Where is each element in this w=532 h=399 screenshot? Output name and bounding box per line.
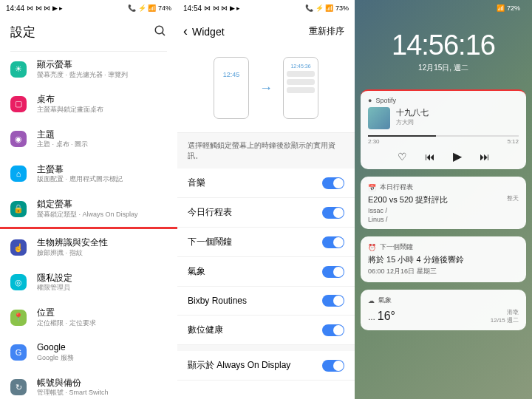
weather-icon: ☁: [368, 297, 375, 304]
toggle-row[interactable]: 數位健康: [177, 316, 355, 345]
widget-header: ‹ Widget 重新排序: [177, 16, 355, 47]
spotify-card[interactable]: ●Spotify 十九八七 方大同 2:305:12 ♡ ⏮ ▶ ⏭: [361, 89, 526, 169]
page-title: 設定: [10, 24, 35, 41]
row-icon: 📍: [10, 310, 27, 326]
settings-row[interactable]: ↻ 帳號與備份管理帳號 · Smart Switch: [0, 370, 177, 399]
row-icon: ↻: [10, 379, 27, 395]
toggle-row[interactable]: 今日行程表: [177, 198, 355, 228]
progress-bar[interactable]: [368, 135, 519, 137]
widget-panel: 14:54⋈ ⋈ ⋈ ▶ ▸ 📞 ⚡ 📶 73% ‹ Widget 重新排序 1…: [177, 0, 355, 399]
settings-panel: 14:44⋈ ⋈ ⋈ ▶ ▸ 📞 ⚡ 📶 74% 設定 ☀ 顯示螢幕螢幕亮度 ·…: [0, 0, 177, 399]
settings-row[interactable]: ⌂ 主螢幕版面配置 · 應用程式圖示標記: [0, 157, 177, 191]
settings-row[interactable]: 📍 位置定位權限 · 定位要求: [0, 300, 177, 335]
aod-toggle-row[interactable]: 顯示於 Always On Display: [177, 351, 355, 381]
album-art: [368, 107, 390, 129]
settings-header: 設定: [0, 16, 177, 51]
reorder-button[interactable]: 重新排序: [309, 25, 344, 38]
page-title: Widget: [192, 26, 304, 38]
lockscreen-clock[interactable]: 14:56:16 12月15日, 週二: [361, 30, 526, 73]
phone-before: 12:45: [214, 57, 249, 119]
heart-icon[interactable]: ♡: [398, 151, 407, 163]
row-icon: ☝: [10, 239, 27, 256]
next-icon[interactable]: ⏭: [480, 151, 490, 163]
toggle-switch[interactable]: [322, 177, 344, 189]
settings-row[interactable]: ◉ 主題主題 · 桌布 · 圖示: [0, 122, 177, 157]
toggle-row[interactable]: 下一個鬧鐘: [177, 228, 355, 257]
status-bar: 14:54⋈ ⋈ ⋈ ▶ ▸ 📞 ⚡ 📶 73%: [177, 0, 355, 16]
notification-card[interactable]: 📅本日行程表 整天E200 vs 520 捉對評比Issac /Linus /: [361, 177, 526, 229]
track-title: 十九八七: [396, 107, 519, 118]
phone-after: 12:45:36: [283, 57, 318, 119]
arrow-icon: →: [259, 81, 273, 96]
settings-row[interactable]: ▢ 桌布主螢幕與鎖定畫面桌布: [0, 86, 177, 121]
row-icon: G: [10, 344, 27, 361]
status-bar: 📶 72%: [361, 0, 526, 16]
settings-row[interactable]: ☝ 生物辨識與安全性臉部辨識 · 指紋: [0, 230, 177, 265]
row-icon: ☀: [10, 61, 27, 78]
notification-card[interactable]: ⏰下一個鬧鐘 將於 15 小時 4 分鐘後響鈴06:00 12月16日 星期三: [361, 236, 526, 282]
svg-line-1: [162, 33, 165, 35]
search-icon[interactable]: [154, 24, 167, 41]
settings-row[interactable]: ◎ 隱私設定權限管理員: [0, 265, 177, 300]
row-icon: ◎: [10, 274, 27, 290]
widget-diagram: 12:45 → 12:45:36: [177, 47, 355, 132]
weather-card[interactable]: ☁氣象 … 16° 港墘12/15 週二: [361, 290, 526, 330]
track-artist: 方大同: [396, 118, 519, 126]
status-bar: 14:44⋈ ⋈ ⋈ ▶ ▸ 📞 ⚡ 📶 74%: [0, 0, 177, 16]
toggle-switch[interactable]: [322, 360, 344, 372]
toggle-switch[interactable]: [322, 324, 344, 336]
row-icon: ▢: [10, 96, 27, 112]
toggle-switch[interactable]: [322, 207, 344, 219]
prev-icon[interactable]: ⏮: [425, 151, 435, 163]
lockscreen-panel: 📶 72% 14:56:16 12月15日, 週二 ●Spotify 十九八七 …: [355, 0, 532, 399]
toggle-switch[interactable]: [322, 295, 344, 307]
row-icon: ⌂: [10, 166, 27, 182]
toggle-row[interactable]: Bixby Routines: [177, 287, 355, 316]
settings-row[interactable]: ☀ 顯示螢幕螢幕亮度 · 藍光濾光器 · 導覽列: [0, 52, 177, 86]
widget-description: 選擇輕觸鎖定螢幕上的時鐘後欲顯示的實用資訊。: [177, 132, 355, 168]
row-icon: ◉: [10, 131, 27, 147]
back-icon[interactable]: ‹: [183, 24, 188, 39]
settings-row[interactable]: 🔒 鎖定螢幕螢幕鎖定類型 · Always On Display: [0, 191, 177, 226]
toggle-switch[interactable]: [322, 266, 344, 278]
play-icon[interactable]: ▶: [453, 149, 462, 163]
svg-point-0: [155, 26, 163, 34]
toggle-row[interactable]: 音樂: [177, 168, 355, 198]
settings-row[interactable]: G GoogleGoogle 服務: [0, 335, 177, 369]
row-icon: 🔒: [10, 201, 27, 217]
spotify-icon: ●: [368, 97, 372, 104]
toggle-switch[interactable]: [322, 236, 344, 248]
toggle-row[interactable]: 氣象: [177, 257, 355, 287]
